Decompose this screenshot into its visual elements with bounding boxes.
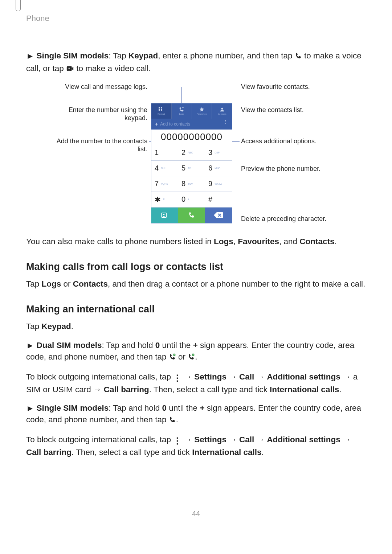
digit: 4 bbox=[155, 164, 159, 172]
key-8[interactable]: 8TUV bbox=[178, 176, 205, 192]
section2-block1: To block outgoing international calls, t… bbox=[26, 371, 367, 395]
text: Tap bbox=[26, 279, 42, 288]
more-options-icon[interactable]: ⋮ bbox=[223, 121, 228, 123]
text: To block outgoing international calls, t… bbox=[26, 372, 173, 381]
text: , bbox=[233, 237, 238, 246]
zero: 0 bbox=[155, 341, 160, 350]
text: , and bbox=[279, 237, 299, 246]
number-display: 00000000000 bbox=[151, 130, 232, 145]
digit: 6 bbox=[208, 164, 212, 172]
svg-point-8 bbox=[163, 214, 164, 215]
section2-single: ► Single SIM models: Tap and hold 0 unti… bbox=[26, 402, 367, 427]
add-to-contacts-label: Add to contacts bbox=[160, 122, 190, 127]
video-call-button[interactable] bbox=[151, 208, 178, 223]
section2-block2: To block outgoing international calls, t… bbox=[26, 434, 367, 458]
text: . bbox=[262, 448, 264, 457]
key-2[interactable]: 2ABC bbox=[178, 145, 205, 161]
letters: + bbox=[188, 198, 189, 201]
text: . bbox=[176, 415, 178, 424]
callout-contacts: View the contacts list. bbox=[241, 106, 357, 114]
after-diagram-para: You can also make calls to phone numbers… bbox=[26, 236, 367, 247]
intl-calls-word: International calls bbox=[192, 448, 261, 457]
letters: TUV bbox=[188, 182, 193, 185]
callout-add-contacts: Add the number to the contacts list. bbox=[31, 137, 147, 153]
plus: + bbox=[200, 403, 204, 413]
call-barring-word: Call barring bbox=[104, 385, 149, 394]
key-hash[interactable]: # bbox=[205, 192, 232, 208]
text: , and then drag a contact or a phone num… bbox=[108, 279, 365, 288]
callout-logs: View call and message logs. bbox=[42, 83, 147, 91]
text: list. bbox=[138, 145, 147, 153]
text: , enter a phone number, and then tap bbox=[158, 51, 295, 60]
text: : Tap and hold bbox=[109, 403, 162, 413]
digit: 1 bbox=[155, 148, 159, 157]
letters: PQRS bbox=[161, 182, 168, 185]
svg-point-6 bbox=[221, 108, 223, 110]
intro-paragraph: ► Single SIM models: Tap Keypad, enter a… bbox=[26, 50, 367, 75]
text: You can also make calls to phone numbers… bbox=[26, 237, 214, 246]
arrow: → bbox=[226, 372, 239, 381]
arrow: → bbox=[181, 435, 194, 444]
settings-word: Settings bbox=[194, 372, 226, 381]
svg-rect-4 bbox=[159, 109, 160, 111]
arrow: → bbox=[181, 372, 194, 381]
text: . bbox=[335, 237, 337, 246]
text: : Tap and hold bbox=[102, 341, 155, 350]
svg-rect-3 bbox=[161, 107, 162, 108]
bullet-icon: ► bbox=[26, 50, 34, 62]
plus: + bbox=[193, 341, 198, 350]
key-9[interactable]: 9WXYZ bbox=[205, 176, 232, 192]
digit: 5 bbox=[181, 164, 185, 172]
addl-settings-word: Additional settings bbox=[267, 435, 340, 444]
bullet-icon: ► bbox=[26, 403, 34, 414]
tab-logs[interactable]: Logs bbox=[172, 103, 192, 119]
digit: 0 bbox=[181, 195, 185, 204]
call-word: Call bbox=[239, 435, 254, 444]
single-sim-label: Single SIM models bbox=[37, 403, 109, 413]
key-5[interactable]: 5JKL bbox=[178, 161, 205, 176]
backspace-button[interactable] bbox=[205, 208, 232, 223]
tab-keypad[interactable]: Keypad bbox=[151, 103, 172, 119]
letters: ABC bbox=[188, 151, 193, 154]
call-icon bbox=[169, 415, 176, 427]
text: keypad. bbox=[124, 114, 147, 122]
page-corner-tab bbox=[16, 0, 21, 11]
arrow: → bbox=[93, 385, 104, 394]
heading-international: Making an international call bbox=[26, 304, 367, 315]
key-4[interactable]: 4GHI bbox=[151, 161, 178, 176]
key-star[interactable]: ✱P bbox=[151, 192, 178, 208]
text: . Then, select a call type and tick bbox=[72, 448, 192, 457]
tab-favourites[interactable]: Favourites bbox=[192, 103, 212, 119]
phone-keypad-diagram: View call and message logs. Enter the nu… bbox=[26, 83, 367, 228]
logs-word: Logs bbox=[214, 237, 233, 246]
digit: 8 bbox=[181, 180, 185, 188]
tab-contacts[interactable]: Contacts bbox=[212, 103, 232, 119]
callout-options: Access additional options. bbox=[241, 137, 357, 145]
voice-call-button[interactable] bbox=[178, 208, 205, 223]
add-to-contacts-row[interactable]: + Add to contacts ⋮ bbox=[151, 119, 232, 130]
svg-rect-5 bbox=[161, 109, 162, 111]
text: or bbox=[176, 352, 188, 361]
tab-label: Favourites bbox=[197, 113, 207, 115]
plus-icon: + bbox=[155, 121, 158, 127]
key-3[interactable]: 3DEF bbox=[205, 145, 232, 161]
text: until the bbox=[167, 403, 200, 413]
text: . bbox=[71, 322, 73, 331]
intl-calls-word: International calls bbox=[270, 385, 339, 394]
arrow: → bbox=[340, 435, 351, 444]
key-1[interactable]: 1 bbox=[151, 145, 178, 161]
tab-label: Keypad bbox=[158, 113, 165, 115]
call-barring-word: Call barring bbox=[26, 448, 72, 457]
key-7[interactable]: 7PQRS bbox=[151, 176, 178, 192]
dual-sim-label: Dual SIM models bbox=[37, 341, 102, 350]
call-sim1-icon: 1 bbox=[169, 352, 176, 364]
digit: 3 bbox=[208, 148, 212, 157]
key-6[interactable]: 6MNO bbox=[205, 161, 232, 176]
key-0[interactable]: 0+ bbox=[178, 192, 205, 208]
text: until the bbox=[160, 341, 193, 350]
more-options-icon: ⋮ bbox=[173, 372, 181, 384]
letters: GHI bbox=[161, 167, 165, 169]
call-icon bbox=[295, 51, 302, 63]
text: Add the number to the contacts bbox=[57, 138, 147, 145]
text: To block outgoing international calls, t… bbox=[26, 435, 173, 444]
